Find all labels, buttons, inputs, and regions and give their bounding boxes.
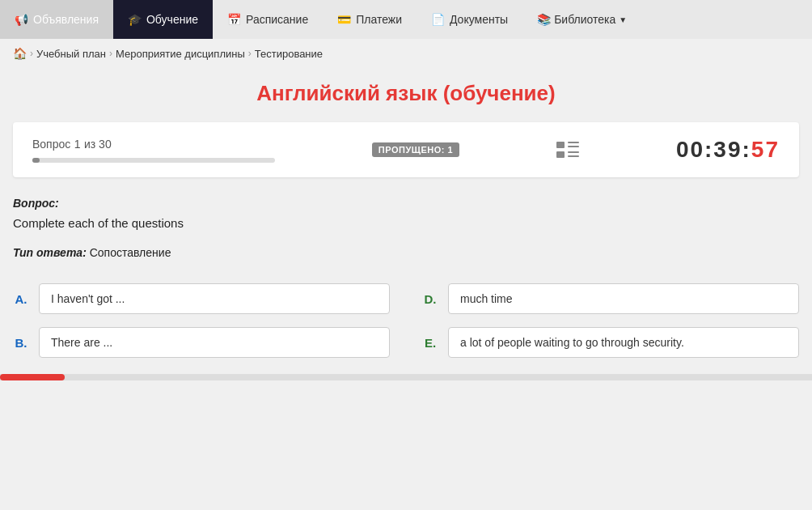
match-input-a[interactable] xyxy=(39,283,390,314)
matching-left-column: A. B. xyxy=(13,283,390,358)
breadcrumb-sep-1: › xyxy=(30,48,33,59)
breadcrumb-sep-3: › xyxy=(248,48,252,59)
matching-container: A. B. D. E. xyxy=(13,283,799,358)
question-number: Вопрос 1 из 30 xyxy=(32,137,275,151)
matching-row-a: A. xyxy=(13,283,390,314)
matching-row-d: D. xyxy=(422,283,799,314)
nav-documents[interactable]: 📄 Документы xyxy=(417,0,522,39)
match-label-e: E. xyxy=(422,336,438,350)
nav-schedule-label: Расписание xyxy=(246,13,308,26)
nav-library[interactable]: 📚 Библиотека ▼ xyxy=(522,0,641,39)
nav-education-label: Обучение xyxy=(146,13,198,26)
nav-announcements-label: Объявления xyxy=(33,13,99,26)
documents-icon: 📄 xyxy=(431,13,445,26)
breadcrumb-discipline[interactable]: Мероприятие дисциплины xyxy=(116,48,245,60)
timer-minutes: 00:39 xyxy=(676,137,742,162)
top-navigation: 📢 Объявления 🎓 Обучение 📅 Расписание 💳 П… xyxy=(0,0,812,39)
match-input-d[interactable] xyxy=(448,283,799,314)
schedule-icon: 📅 xyxy=(227,13,241,26)
nav-library-label: Библиотека xyxy=(554,13,615,26)
answer-type-label: Тип ответа: xyxy=(13,246,87,259)
scrollbar-thumb[interactable] xyxy=(0,374,65,380)
question-card: Вопрос 1 из 30 ПРОПУЩЕНО: 1 00:39:57 xyxy=(13,122,799,177)
timer-seconds: 57 xyxy=(751,137,780,162)
announcements-icon: 📢 xyxy=(15,13,28,26)
nav-schedule[interactable]: 📅 Расписание xyxy=(213,0,323,39)
chevron-down-icon: ▼ xyxy=(619,15,627,24)
horizontal-scrollbar[interactable] xyxy=(0,374,812,380)
svg-rect-0 xyxy=(556,142,565,148)
question-total: из 30 xyxy=(84,138,112,151)
home-icon[interactable]: 🏠 xyxy=(13,47,27,60)
breadcrumb-testing: Тестирование xyxy=(255,48,323,60)
match-label-a: A. xyxy=(13,292,29,306)
matching-row-e: E. xyxy=(422,327,799,358)
content-area: Вопрос: Complete each of the questions Т… xyxy=(13,197,799,358)
question-text: Complete each of the questions xyxy=(13,216,799,230)
answer-type-value: Сопоставление xyxy=(90,246,171,259)
nav-announcements[interactable]: 📢 Объявления xyxy=(0,0,113,39)
svg-rect-2 xyxy=(568,142,579,143)
breadcrumb-study-plan[interactable]: Учебный план xyxy=(36,48,106,60)
question-info: Вопрос 1 из 30 xyxy=(32,137,275,163)
timer: 00:39:57 xyxy=(676,137,780,163)
matching-row-b: B. xyxy=(13,327,390,358)
education-icon: 🎓 xyxy=(128,13,142,26)
progress-bar-fill xyxy=(32,158,40,163)
match-input-e[interactable] xyxy=(448,327,799,358)
nav-payments[interactable]: 💳 Платежи xyxy=(323,0,417,39)
nav-documents-label: Документы xyxy=(450,13,508,26)
page-title: Английский язык (обучение) xyxy=(0,81,812,106)
nav-education[interactable]: 🎓 Обучение xyxy=(113,0,213,39)
match-label-d: D. xyxy=(422,292,438,306)
svg-rect-3 xyxy=(568,146,579,147)
question-label: Вопрос: xyxy=(13,197,799,210)
library-icon: 📚 xyxy=(537,13,551,26)
match-label-b: B. xyxy=(13,336,29,350)
skipped-badge: ПРОПУЩЕНО: 1 xyxy=(372,142,459,157)
svg-rect-4 xyxy=(568,151,579,153)
answer-type: Тип ответа: Сопоставление xyxy=(13,246,799,259)
svg-rect-1 xyxy=(556,151,565,158)
breadcrumb-sep-2: › xyxy=(109,48,112,59)
payments-icon: 💳 xyxy=(337,13,351,26)
breadcrumb: 🏠 › Учебный план › Мероприятие дисциплин… xyxy=(0,39,812,68)
question-list-icon[interactable] xyxy=(556,140,579,159)
svg-rect-5 xyxy=(568,155,579,157)
progress-bar xyxy=(32,158,275,163)
match-input-b[interactable] xyxy=(39,327,390,358)
matching-right-column: D. E. xyxy=(422,283,799,358)
nav-payments-label: Платежи xyxy=(356,13,402,26)
